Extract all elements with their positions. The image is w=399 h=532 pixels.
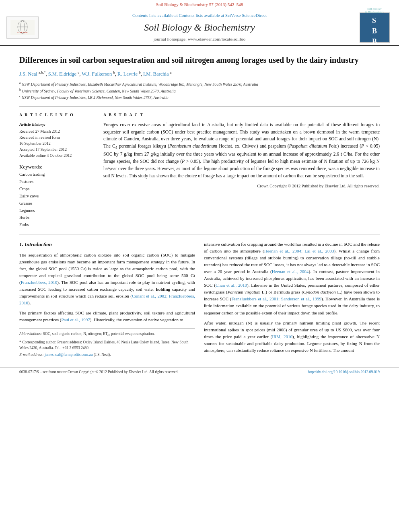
journal-homepage: journal homepage: www.elsevier.com/locat… <box>47 36 352 43</box>
journal-title: Soil Biology & Biochemistry <box>47 21 352 35</box>
affil-sup-b1: b <box>113 70 115 74</box>
received-date: Received 27 March 2012 <box>19 128 94 134</box>
homepage-label: journal homepage: www.elsevier.com/locat… <box>154 37 245 41</box>
accepted-date: Accepted 17 September 2012 <box>19 146 94 152</box>
journal-title-section: Contents lists available at Contents lis… <box>43 12 356 43</box>
affil-a-sup: a <box>19 81 21 85</box>
keywords-label: Keywords: <box>19 163 94 171</box>
affil-sup-a2: a <box>170 70 172 74</box>
keyword-2: Pastures <box>19 178 94 185</box>
abstract-heading: A B S T R A C T <box>103 112 380 118</box>
authors-line: J.S. Neal a,b,*, S.M. Eldridge c, W.J. F… <box>19 70 380 78</box>
author-barchia: I.M. Barchia <box>143 71 169 77</box>
main-content: Differences in soil carbon sequestration… <box>0 46 399 364</box>
sbb-logo-text: Soil Biology& Biochemistry <box>365 7 384 14</box>
copyright-line: Crown Copyright © 2012 Published by Else… <box>103 183 380 189</box>
sbb-logo-box: Soil Biology& Biochemistry SBB <box>360 12 390 43</box>
body-right-col: intensive cultivation for cropping aroun… <box>204 241 380 357</box>
body-section: 1. Introduction The sequestration of atm… <box>19 234 380 364</box>
footer-issn: 0038-0717/$ – see front matter Crown Cop… <box>19 370 179 375</box>
email-note: E-mail address: jamesneal@farmprofits.co… <box>19 352 195 357</box>
intro-text-right: intensive cultivation for cropping aroun… <box>204 241 380 354</box>
keyword-7: Herbs <box>19 214 94 221</box>
corresponding-note: * Corresponding author. Present address:… <box>19 339 195 351</box>
affil-b-sup: b <box>19 88 21 92</box>
article-info-abstract-section: A R T I C L E I N F O Article history: R… <box>19 107 380 234</box>
sbb-abbr: SBB <box>372 15 377 47</box>
affil-sup-a: a,b,* <box>39 70 46 74</box>
abstract-col: A B S T R A C T Forages cover extensive … <box>103 112 380 228</box>
affil-b-text: University of Sydney, Faculty of Veterin… <box>22 89 176 93</box>
keywords-section: Keywords: Carbon trading Pastures Crops … <box>19 163 94 228</box>
doi-link[interactable]: http://dx.doi.org/10.1016/j.soilbio.2012… <box>308 370 380 374</box>
keyword-6: Legumes <box>19 207 94 214</box>
email-link[interactable]: jamesneal@farmprofits.com.au <box>45 353 93 357</box>
article-title: Differences in soil carbon sequestration… <box>19 55 380 65</box>
available-date: Available online 4 October 2012 <box>19 152 94 158</box>
affiliations: a NSW Department of Primary Industries, … <box>19 81 380 101</box>
journal-reference-bar: Soil Biology & Biochemistry 57 (2013) 54… <box>0 0 399 9</box>
keyword-3: Crops <box>19 185 94 193</box>
keywords-list: Carbon trading Pastures Crops Dairy cows… <box>19 171 94 228</box>
sciverse-link[interactable]: Contents lists available at SciVerse Sci… <box>179 13 267 18</box>
elsevier-logo-box: ELSEVIER <box>6 16 39 39</box>
author-eldridge: S.M. Eldridge <box>48 71 76 77</box>
keyword-5: Grasses <box>19 200 94 207</box>
author-fulkerson: W.J. Fulkerson <box>82 71 112 77</box>
author-neal: J.S. Neal <box>19 71 37 77</box>
article-title-section: Differences in soil carbon sequestration… <box>19 46 380 107</box>
intro-number: 1. Introduction <box>19 241 52 247</box>
intro-text-left: The sequestration of atmospheric carbon … <box>19 252 195 323</box>
journal-logo-section: Soil Biology& Biochemistry SBB <box>356 12 393 43</box>
sciverse-text: Contents lists available at Contents lis… <box>47 12 352 19</box>
affil-sup-c: c <box>78 70 79 74</box>
svg-text:ELSEVIER: ELSEVIER <box>17 31 28 33</box>
journal-ref-text: Soil Biology & Biochemistry 57 (2013) 54… <box>156 2 243 7</box>
revised-date: 16 September 2012 <box>19 140 94 146</box>
abstract-text: Forages cover extensive areas of agricul… <box>103 121 380 180</box>
footer-doi[interactable]: http://dx.doi.org/10.1016/j.soilbio.2012… <box>308 370 380 375</box>
footnotes-section: Abbreviations: SOC, soil organic carbon;… <box>19 328 195 357</box>
article-info-heading: A R T I C L E I N F O <box>19 112 94 118</box>
intro-heading: 1. Introduction <box>19 241 195 249</box>
keyword-8: Forbs <box>19 221 94 228</box>
article-info-col: A R T I C L E I N F O Article history: R… <box>19 112 94 228</box>
affil-a-text: NSW Department of Primary Industries, El… <box>22 82 258 87</box>
author-lawrie: R. Lawrie <box>117 71 138 77</box>
history-label: Article history: <box>19 121 94 128</box>
journal-header: ELSEVIER Contents lists available at Con… <box>0 9 399 46</box>
abbreviations-note: Abbreviations: SOC, soil organic carbon;… <box>19 331 195 338</box>
article-history: Article history: Received 27 March 2012 … <box>19 121 94 159</box>
affil-sup-b2: b <box>139 70 141 74</box>
body-left-col: 1. Introduction The sequestration of atm… <box>19 241 195 357</box>
elsevier-emblem-icon: ELSEVIER <box>10 20 35 35</box>
elsevier-logo-section: ELSEVIER <box>6 16 43 39</box>
keyword-1: Carbon trading <box>19 171 94 178</box>
affil-c-sup: c <box>19 94 21 98</box>
revised-label: Received in revised form <box>19 134 94 140</box>
keyword-4: Dairy cows <box>19 193 94 200</box>
page-footer: 0038-0717/$ – see front matter Crown Cop… <box>0 367 399 377</box>
affil-c-text: NSW Department of Primary Industries, LB… <box>22 95 169 100</box>
